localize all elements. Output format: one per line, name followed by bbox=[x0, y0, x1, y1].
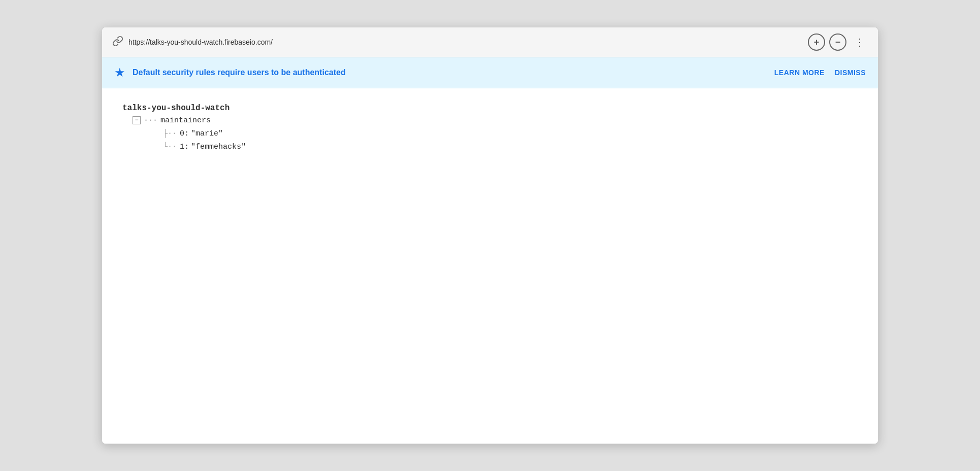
tree-node-maintainers: − ··· maintainers bbox=[133, 116, 858, 125]
link-icon[interactable] bbox=[112, 36, 123, 49]
child-tree-line-1: └·· bbox=[163, 142, 177, 151]
address-bar-left: https://talks-you-should-watch.firebasei… bbox=[112, 36, 802, 49]
child-value-1: "femmehacks" bbox=[191, 143, 246, 151]
tree-container: − ··· maintainers ├·· 0: "marie" └·· 1: … bbox=[122, 116, 858, 151]
child-value-0: "marie" bbox=[191, 129, 223, 138]
url-display: https://talks-you-should-watch.firebasei… bbox=[128, 38, 273, 46]
address-bar-right: + − ⋮ bbox=[808, 33, 868, 51]
children-container: ├·· 0: "marie" └·· 1: "femmehacks" bbox=[133, 129, 858, 151]
dismiss-link[interactable]: DISMISS bbox=[835, 69, 866, 77]
star-icon: ★ bbox=[114, 65, 125, 80]
address-bar: https://talks-you-should-watch.firebasei… bbox=[102, 27, 878, 57]
banner-actions: LEARN MORE DISMISS bbox=[774, 69, 866, 77]
browser-window: https://talks-you-should-watch.firebasei… bbox=[102, 27, 878, 444]
banner-message: Default security rules require users to … bbox=[133, 68, 767, 77]
tree-root-label: talks-you-should-watch bbox=[122, 104, 858, 113]
child-tree-line-0: ├·· bbox=[163, 129, 177, 138]
zoom-in-button[interactable]: + bbox=[808, 33, 825, 51]
main-content: talks-you-should-watch − ··· maintainers… bbox=[102, 88, 878, 444]
tree-line: ··· bbox=[144, 116, 157, 125]
more-options-button[interactable]: ⋮ bbox=[851, 33, 868, 51]
notification-banner: ★ Default security rules require users t… bbox=[102, 57, 878, 88]
zoom-out-button[interactable]: − bbox=[829, 33, 846, 51]
node-maintainers-label: maintainers bbox=[160, 116, 211, 125]
list-item: ├·· 0: "marie" bbox=[163, 129, 858, 138]
child-index-1: 1: bbox=[180, 143, 189, 151]
learn-more-link[interactable]: LEARN MORE bbox=[774, 69, 825, 77]
child-index-0: 0: bbox=[180, 129, 189, 138]
collapse-icon[interactable]: − bbox=[133, 116, 141, 124]
list-item: └·· 1: "femmehacks" bbox=[163, 142, 858, 151]
